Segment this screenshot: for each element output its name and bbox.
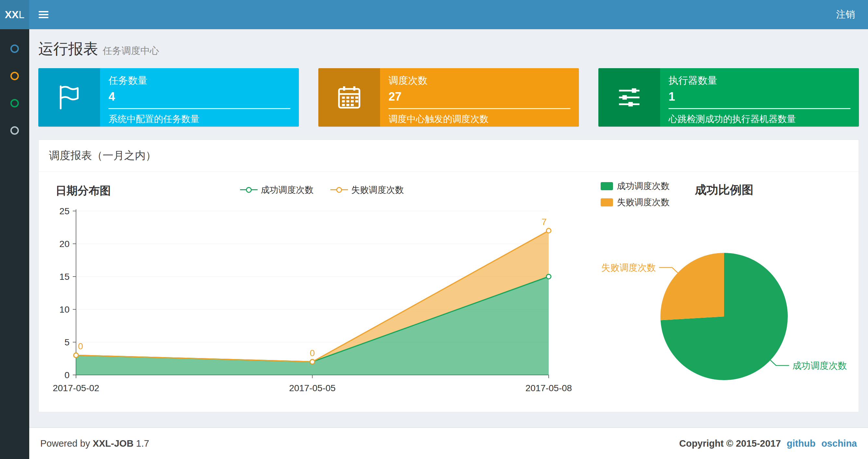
schedule-report-panel: 调度报表（一月之内） 日期分布图 成功调度次数 失败调度次数 051015202… (38, 139, 859, 412)
info-box-trigger-count: 调度次数 27 调度中心触发的调度次数 (318, 68, 579, 127)
flag-icon (38, 68, 100, 127)
line-marker-icon (240, 187, 258, 193)
svg-text:5: 5 (64, 337, 69, 347)
sidebar-item-1[interactable] (0, 35, 29, 62)
svg-text:10: 10 (59, 304, 69, 315)
svg-text:2017-05-02: 2017-05-02 (53, 383, 99, 393)
info-box-executor-count: 执行器数量 1 心跳检测成功的执行器机器数量 (598, 68, 859, 127)
hamburger-icon (39, 9, 49, 20)
content-area: 运行报表 任务调度中心 任务数量 4 系统中配置的任务数量 (29, 29, 868, 427)
divider (669, 108, 850, 109)
svg-text:15: 15 (59, 272, 69, 282)
page-title: 运行报表 (38, 39, 98, 59)
sidebar (0, 29, 29, 459)
info-box-job-count: 任务数量 4 系统中配置的任务数量 (38, 68, 299, 127)
svg-text:失败调度次数: 失败调度次数 (601, 263, 656, 273)
logo-text-bold: XX (5, 9, 19, 21)
sidebar-item-4[interactable] (0, 117, 29, 144)
content-header: 运行报表 任务调度中心 (29, 29, 868, 68)
info-box-value: 27 (389, 90, 570, 103)
line-marker-icon (330, 187, 348, 193)
divider (389, 108, 570, 109)
powered-by: Powered byXXL-JOB1.7 (40, 438, 152, 449)
info-box-description: 调度中心触发的调度次数 (389, 113, 570, 125)
svg-text:0: 0 (64, 370, 69, 380)
logout-link[interactable]: 注销 (823, 0, 868, 29)
info-box-label: 执行器数量 (669, 74, 850, 87)
circle-o-icon (10, 72, 19, 80)
summary-boxes: 任务数量 4 系统中配置的任务数量 (29, 68, 868, 127)
info-box-description: 心跳检测成功的执行器机器数量 (669, 113, 850, 125)
divider (108, 108, 290, 109)
calendar-icon (318, 68, 380, 127)
sidebar-toggle-button[interactable] (29, 0, 58, 29)
date-distribution-chart: 05101520252017-05-022017-05-052017-05-08… (45, 203, 575, 398)
svg-text:20: 20 (59, 239, 69, 249)
sidebar-item-2[interactable] (0, 62, 29, 90)
circle-o-icon (10, 126, 19, 135)
info-box-label: 调度次数 (389, 74, 570, 87)
success-ratio-section: 成功调度次数 失败调度次数 成功比例图 成功调度次数失败调度次数 (575, 179, 859, 399)
line-chart-title: 日期分布图 (56, 184, 111, 198)
oschina-link[interactable]: oschina (821, 438, 857, 449)
svg-text:25: 25 (59, 206, 69, 216)
copyright: Copyright © 2015-2017 (679, 438, 781, 449)
success-ratio-pie-chart: 成功调度次数失败调度次数 (575, 200, 860, 407)
panel-title: 调度报表（一月之内） (39, 140, 859, 172)
circle-o-icon (10, 44, 19, 53)
top-navbar: XXL 注销 (0, 0, 868, 29)
brand-name: XXL-JOB (93, 438, 133, 449)
info-box-value: 1 (669, 90, 850, 103)
pie-chart-title: 成功比例图 (695, 182, 753, 198)
github-link[interactable]: github (787, 438, 816, 449)
info-box-label: 任务数量 (108, 74, 290, 87)
svg-text:0: 0 (310, 348, 315, 358)
legend-item-success[interactable]: 成功调度次数 (240, 184, 313, 196)
svg-text:成功调度次数: 成功调度次数 (792, 361, 847, 371)
info-box-value: 4 (108, 90, 290, 103)
date-distribution-section: 日期分布图 成功调度次数 失败调度次数 05101520252017-05-02… (45, 179, 575, 399)
svg-text:2017-05-08: 2017-05-08 (525, 383, 572, 393)
legend-item-failed[interactable]: 失败调度次数 (330, 184, 404, 196)
sidebar-item-3[interactable] (0, 90, 29, 117)
version: 1.7 (136, 438, 149, 449)
logo-text: L (19, 9, 24, 21)
svg-text:0: 0 (78, 341, 83, 351)
app-logo[interactable]: XXL (0, 0, 29, 29)
legend-item-success[interactable]: 成功调度次数 (601, 180, 670, 192)
svg-text:7: 7 (541, 217, 547, 227)
page-subtitle: 任务调度中心 (103, 44, 159, 58)
sliders-icon (598, 68, 660, 127)
circle-o-icon (10, 99, 19, 107)
footer: Powered byXXL-JOB1.7 Copyright © 2015-20… (29, 427, 868, 459)
svg-text:2017-05-05: 2017-05-05 (289, 383, 336, 393)
line-chart-legend: 成功调度次数 失败调度次数 (240, 184, 404, 196)
legend-swatch-icon (601, 182, 613, 190)
info-box-description: 系统中配置的任务数量 (108, 113, 290, 125)
